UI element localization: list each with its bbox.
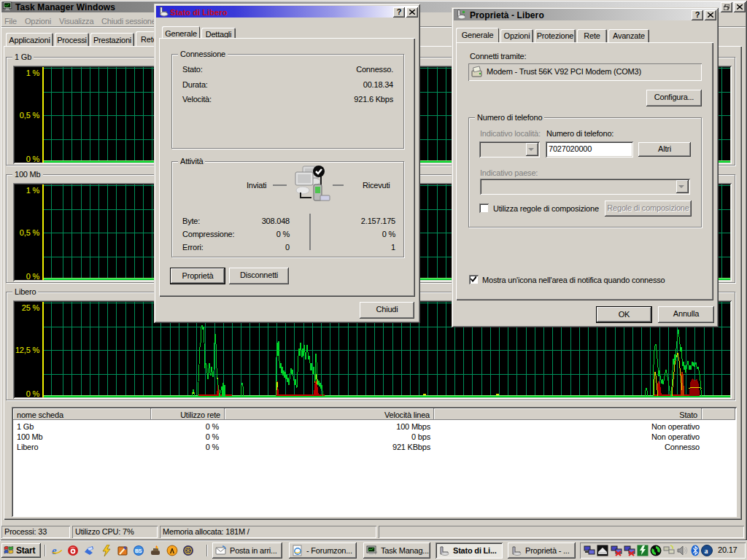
svg-text:e: e — [52, 545, 57, 556]
svg-text:BS: BS — [135, 548, 142, 553]
svg-text:a: a — [705, 547, 708, 555]
